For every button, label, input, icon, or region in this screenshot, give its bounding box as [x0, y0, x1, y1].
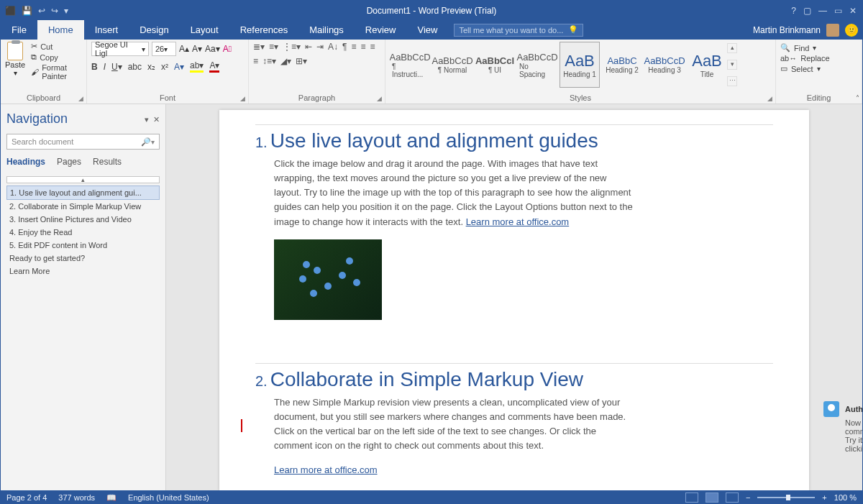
highlight-button[interactable]: ab▾: [190, 60, 204, 73]
qat-customize-icon[interactable]: ▾: [64, 6, 68, 16]
qat-save-icon[interactable]: 💾: [22, 6, 32, 16]
nav-collapse-bar[interactable]: ▴: [6, 176, 160, 183]
heading-1-sec2[interactable]: 2.Collaborate in Simple Markup View: [255, 363, 773, 391]
tab-home[interactable]: Home: [37, 20, 84, 40]
maximize-icon[interactable]: ▭: [834, 6, 842, 16]
style-title[interactable]: AaBTitle: [687, 42, 727, 88]
search-document-input[interactable]: Search document 🔎▾: [6, 134, 160, 150]
flower-image[interactable]: [274, 239, 382, 320]
style-heading-3[interactable]: AaBbCcDHeading 3: [644, 42, 685, 88]
numbering-button[interactable]: ≡▾: [269, 42, 278, 52]
superscript-button[interactable]: x²: [161, 62, 168, 72]
decrease-indent-button[interactable]: ⇤: [305, 42, 312, 52]
nav-tab-headings[interactable]: Headings: [6, 157, 45, 170]
paste-button[interactable]: Paste ▾: [5, 42, 25, 77]
qat-redo-icon[interactable]: ↪: [51, 6, 58, 16]
comment-block[interactable]: Author Now you can reply to a comment to…: [823, 401, 862, 453]
collapse-ribbon-button[interactable]: ˄: [856, 94, 859, 102]
subscript-button[interactable]: x₂: [147, 62, 155, 72]
clear-format-button[interactable]: A⃠: [223, 44, 232, 54]
nav-item-3[interactable]: 4. Enjoy the Read: [6, 226, 160, 239]
tab-review[interactable]: Review: [355, 20, 407, 40]
style-no-spacing[interactable]: AaBbCcDNo Spacing: [517, 42, 557, 88]
zoom-in-button[interactable]: +: [822, 493, 826, 502]
tab-design[interactable]: Design: [129, 20, 179, 40]
status-proofing-icon[interactable]: 📖: [106, 493, 117, 503]
nav-item-5[interactable]: Ready to get started?: [6, 252, 160, 265]
help-icon[interactable]: ?: [791, 6, 796, 16]
shrink-font-button[interactable]: A▾: [192, 44, 202, 54]
select-button[interactable]: ▭Select▾: [780, 64, 857, 73]
user-name[interactable]: Martin Brinkmann: [753, 25, 821, 35]
shading-button[interactable]: ◢▾: [280, 56, 291, 66]
tab-references[interactable]: References: [229, 20, 298, 40]
format-painter-button[interactable]: 🖌Format Painter: [31, 63, 82, 81]
nav-tab-results[interactable]: Results: [93, 157, 122, 170]
sort-button[interactable]: A↓: [328, 42, 338, 52]
italic-button[interactable]: I: [104, 62, 106, 72]
style---ui[interactable]: AaBbCcI¶ UI: [475, 42, 515, 88]
nav-item-1[interactable]: 2. Collaborate in Simple Markup View: [6, 200, 160, 213]
sec1-link[interactable]: Learn more at office.com: [466, 216, 570, 227]
nav-close-button[interactable]: ✕: [153, 115, 160, 124]
styles-scroll-up[interactable]: ▴: [727, 43, 737, 53]
font-size-combo[interactable]: 26▾: [152, 42, 176, 56]
justify-button[interactable]: ≡: [253, 56, 258, 66]
cut-button[interactable]: ✂Cut: [31, 42, 82, 51]
underline-button[interactable]: U▾: [111, 62, 122, 72]
line-spacing-button[interactable]: ↕≡▾: [262, 56, 276, 66]
clipboard-dialog-launcher[interactable]: ◢: [78, 95, 83, 102]
font-color-button[interactable]: A▾: [209, 60, 219, 73]
align-left-button[interactable]: ≡: [352, 42, 357, 52]
feedback-smile-icon[interactable]: 🙂: [845, 24, 858, 37]
font-name-combo[interactable]: Segoe UI Ligl▾: [91, 42, 149, 56]
borders-button[interactable]: ⊞▾: [296, 56, 307, 66]
revision-mark[interactable]: [241, 419, 242, 432]
nav-item-0[interactable]: 1. Use live layout and alignment gui...: [6, 185, 160, 200]
bullets-button[interactable]: ≣▾: [253, 42, 265, 52]
nav-menu-button[interactable]: ▾: [145, 115, 149, 124]
view-read-button[interactable]: [685, 492, 698, 503]
paragraph-dialog-launcher[interactable]: ◢: [377, 95, 382, 102]
find-button[interactable]: 🔍Find▾: [780, 43, 857, 52]
nav-item-6[interactable]: Learn More: [6, 265, 160, 278]
heading-1-sec1[interactable]: 1.Use live layout and alignment guides: [255, 124, 773, 152]
styles-more[interactable]: ⋯: [727, 76, 737, 86]
bold-button[interactable]: B: [91, 62, 98, 72]
minimize-icon[interactable]: —: [818, 6, 827, 16]
nav-item-4[interactable]: 5. Edit PDF content in Word: [6, 239, 160, 252]
qat-undo-icon[interactable]: ↩: [38, 6, 45, 16]
font-dialog-launcher[interactable]: ◢: [240, 95, 245, 102]
document-area[interactable]: 1.Use live layout and alignment guides C…: [166, 104, 862, 490]
zoom-slider[interactable]: [757, 497, 815, 498]
view-print-button[interactable]: [706, 492, 718, 503]
nav-tab-pages[interactable]: Pages: [57, 157, 81, 170]
user-avatar[interactable]: [826, 24, 839, 37]
increase-indent-button[interactable]: ⇥: [316, 42, 324, 52]
style-heading-1[interactable]: AaBHeading 1: [560, 42, 600, 88]
status-page[interactable]: Page 2 of 4: [6, 493, 47, 503]
close-icon[interactable]: ✕: [849, 6, 857, 16]
align-right-button[interactable]: ≡: [370, 42, 375, 52]
sec2-link[interactable]: Learn more at office.com: [274, 464, 378, 475]
sec1-body[interactable]: Click the image below and drag it around…: [274, 157, 634, 229]
ribbon-options-icon[interactable]: ▢: [803, 6, 811, 16]
tab-mailings[interactable]: Mailings: [298, 20, 355, 40]
zoom-out-button[interactable]: −: [746, 493, 750, 502]
qat-word-icon[interactable]: ⬛: [5, 6, 16, 16]
status-words[interactable]: 377 words: [58, 493, 95, 503]
search-chevron[interactable]: ▾: [151, 138, 155, 146]
align-center-button[interactable]: ≡: [361, 42, 366, 52]
style---instructi---[interactable]: AaBbCcD¶ Instructi...: [390, 42, 430, 88]
zoom-level[interactable]: 100 %: [834, 493, 857, 502]
sec2-body[interactable]: The new Simple Markup revision view pres…: [274, 395, 634, 454]
tab-view[interactable]: View: [406, 20, 448, 40]
styles-dialog-launcher[interactable]: ◢: [767, 95, 772, 102]
style---normal[interactable]: AaBbCcD¶ Normal: [432, 42, 472, 88]
text-effects-button[interactable]: A▾: [174, 62, 184, 72]
strikethrough-button[interactable]: abc: [128, 62, 142, 72]
tab-insert[interactable]: Insert: [84, 20, 129, 40]
styles-scroll-down[interactable]: ▾: [727, 60, 737, 70]
multilevel-button[interactable]: ⋮≡▾: [283, 42, 301, 52]
copy-button[interactable]: ⧉Copy: [31, 52, 82, 62]
